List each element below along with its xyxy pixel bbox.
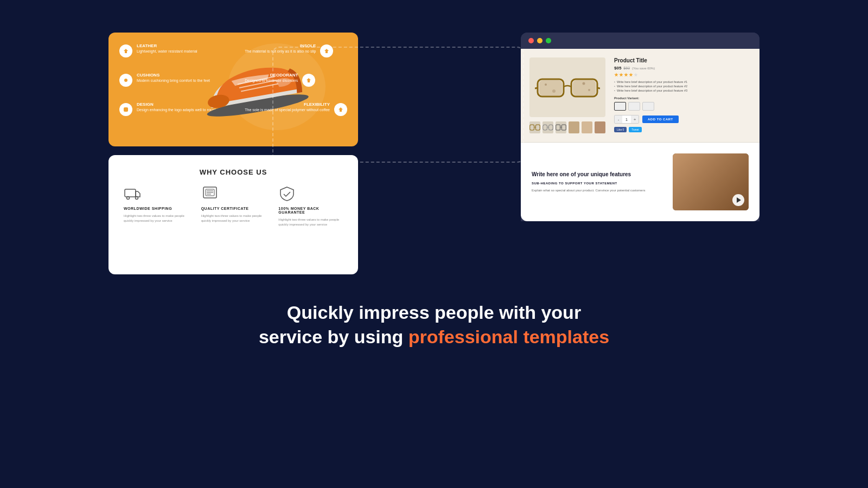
svg-point-19 [545, 84, 547, 86]
deodorant-label-text: DEODORANT Designed to eliminate disorder… [245, 73, 298, 83]
price-original: $60 [623, 66, 630, 70]
bottom-text: Quickly impress people with your service… [259, 301, 609, 348]
design-bullet-icon [119, 103, 132, 116]
main-product-image [529, 57, 605, 117]
svg-rect-7 [125, 189, 136, 197]
product-bullet-2: Write here brief description of your pro… [614, 85, 751, 88]
why-choose-features: WORLDWIDE SHIPPING Highlight two-three v… [124, 186, 343, 227]
variant-options [614, 102, 751, 111]
bottom-line1: Quickly impress people with your [259, 301, 609, 324]
feature-body: Explain what so special about your produ… [532, 188, 664, 193]
thumbnail-1[interactable] [529, 121, 540, 133]
feature-title-shipping: WORLDWIDE SHIPPING [124, 207, 172, 210]
qty-value: 1 [622, 115, 631, 123]
why-choose-slide: WHY CHOOSE US WORLDWIDE SHIPPING [108, 155, 358, 274]
browser-dot-red [528, 38, 534, 43]
thumbnail-row [529, 121, 605, 133]
svg-rect-23 [530, 125, 534, 130]
browser-window: Product Title $05 $60 (You save 60%) [521, 33, 760, 221]
qty-decrease-btn[interactable]: - [615, 115, 622, 123]
shipping-icon [124, 186, 143, 202]
insole-label-text: INSOLE The material is not only as it is… [245, 43, 316, 54]
svg-rect-25 [543, 125, 547, 130]
svg-point-21 [583, 82, 585, 85]
cushions-bullet-icon [119, 74, 132, 87]
main-container: LEATHER Lightweight, water resistant mat… [0, 0, 868, 488]
browser-dot-yellow [537, 38, 542, 43]
qty-increase-btn[interactable]: + [631, 115, 639, 123]
product-stars [614, 73, 751, 77]
add-to-cart-button[interactable]: ADD TO CART [642, 115, 679, 123]
svg-rect-28 [561, 125, 566, 130]
svg-point-9 [136, 197, 138, 200]
product-page-content: Product Title $05 $60 (You save 60%) [521, 49, 760, 142]
variant-option-2[interactable] [628, 102, 640, 111]
quantity-selector[interactable]: - 1 + [614, 115, 639, 124]
bottom-line2: service by using professional templates [259, 326, 609, 348]
feature-title-certificate: QUALITY CERTIFICATE [201, 207, 249, 210]
shoe-slide-wrapper: LEATHER Lightweight, water resistant mat… [108, 33, 508, 146]
shoe-label-flexibility: FLEXIBILITY The sole is made of special … [245, 102, 347, 116]
flexibility-label-text: FLEXIBILITY The sole is made of special … [245, 102, 330, 112]
deodorant-bullet-icon [302, 74, 315, 87]
product-bullets: Write here brief description of your pro… [614, 80, 751, 92]
feature-section: Write here one of your unique features S… [521, 143, 760, 221]
play-button[interactable] [732, 194, 744, 206]
thumbnail-3[interactable] [556, 121, 566, 133]
feature-text-col: Write here one of your unique features S… [532, 171, 664, 193]
thumbnail-6[interactable] [595, 121, 605, 133]
svg-rect-1 [124, 107, 128, 112]
thumbnail-2[interactable] [542, 121, 553, 133]
guarantee-icon [278, 186, 298, 202]
add-to-cart-row: - 1 + ADD TO CART [614, 115, 751, 124]
shoe-slide: LEATHER Lightweight, water resistant mat… [108, 33, 358, 146]
svg-point-8 [127, 197, 130, 200]
svg-rect-26 [548, 125, 553, 130]
product-title: Product Title [614, 57, 751, 63]
svg-rect-24 [535, 125, 540, 130]
leather-bullet-icon [119, 44, 132, 57]
insole-bullet-icon [320, 44, 333, 57]
thumbnail-4[interactable] [569, 121, 579, 133]
variant-option-3[interactable] [642, 102, 654, 111]
flexibility-bullet-icon [334, 103, 347, 116]
star-2 [619, 73, 623, 77]
variant-label: Product Variant: [614, 97, 751, 100]
svg-rect-16 [539, 80, 562, 95]
product-images-col [529, 57, 605, 133]
feature-item-guarantee: 100% MONEY BACK GUARANTEE Highlight two-… [278, 186, 343, 227]
svg-point-20 [552, 89, 556, 93]
right-column: Product Title $05 $60 (You save 60%) [521, 33, 760, 274]
feature-desc-certificate: Highlight two-three values to make peopl… [201, 214, 266, 223]
star-3 [624, 73, 628, 77]
social-row: Like 0 Tweet [614, 127, 751, 132]
star-5 [634, 73, 638, 77]
shoe-labels-right: INSOLE The material is not only as it is… [245, 43, 347, 116]
screenshots-row: LEATHER Lightweight, water resistant mat… [108, 33, 760, 274]
feature-item-shipping: WORLDWIDE SHIPPING Highlight two-three v… [124, 186, 188, 227]
shoe-label-deodorant: DEODORANT Designed to eliminate disorder… [245, 73, 347, 87]
product-bullet-3: Write here brief description of your pro… [614, 89, 751, 92]
svg-point-0 [124, 79, 127, 82]
svg-rect-27 [556, 125, 560, 130]
shoe-label-insole: INSOLE The material is not only as it is… [245, 43, 347, 57]
product-bullet-1: Write here brief description of your pro… [614, 80, 751, 84]
feature-subheading: SUB-HEADING TO SUPPORT YOUR STATEMENT [532, 182, 664, 185]
svg-point-22 [588, 89, 590, 91]
play-icon [737, 197, 741, 203]
facebook-like-btn[interactable]: Like 0 [614, 127, 627, 132]
leather-label-text: LEATHER Lightweight, water resistant mat… [137, 43, 197, 54]
thumbnail-5[interactable] [582, 121, 592, 133]
left-column: LEATHER Lightweight, water resistant mat… [108, 33, 508, 274]
variant-option-1[interactable] [614, 102, 626, 111]
shoe-label-leather: LEATHER Lightweight, water resistant mat… [119, 43, 217, 57]
price-current: $05 [614, 66, 621, 70]
feature-video-thumbnail[interactable] [673, 153, 749, 210]
feature-heading: Write here one of your unique features [532, 171, 664, 178]
bottom-line2-prefix: service by using [259, 326, 409, 347]
product-info-col: Product Title $05 $60 (You save 60%) [614, 57, 751, 133]
bottom-line2-highlight: professional templates [409, 326, 609, 347]
feature-title-guarantee: 100% MONEY BACK GUARANTEE [278, 207, 343, 214]
feature-desc-guarantee: Highlight two-three values to make peopl… [278, 217, 343, 227]
tweet-btn[interactable]: Tweet [629, 127, 641, 132]
